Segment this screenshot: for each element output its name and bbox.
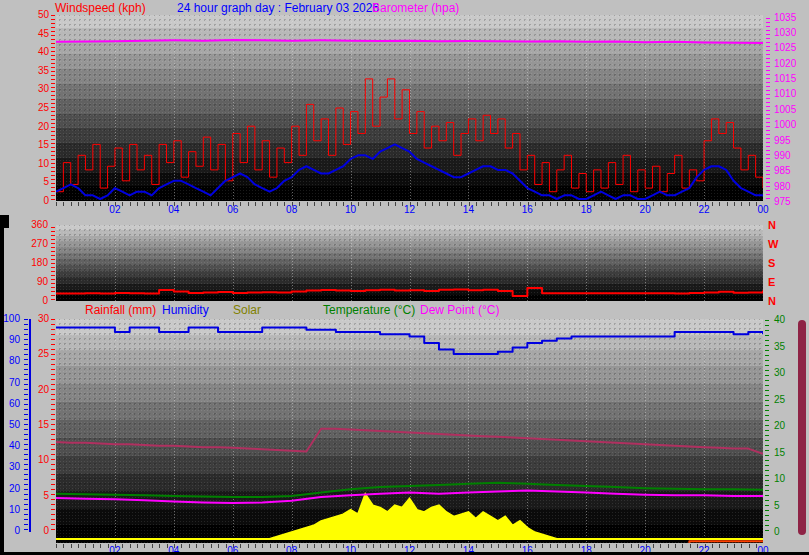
wind-direction-axis-ticks [51,227,55,301]
tick-label: 30 [774,368,794,378]
compass-label: N [768,220,782,231]
windspeed-axis-ticks [51,15,55,201]
legend-temperature: Temperature (°C) [323,303,415,317]
tick-label: 1015 [774,74,804,84]
time-label: 12 [398,205,422,215]
tick-label: 1010 [774,89,804,99]
tick-label: 5 [774,501,794,511]
tick-label: 1020 [774,59,804,69]
time-label: 00 [751,205,775,215]
time-label: 08 [280,205,304,215]
tick-label: 25 [774,395,794,405]
tick-label: 1035 [774,13,804,23]
wind-direction-chart [56,225,763,301]
tick-label: 0 [22,296,48,306]
barometer-axis-title: Barometer (hpa) [372,1,459,15]
tick-label: 0 [774,527,794,537]
legend-humidity: Humidity [162,303,209,317]
time-label: 04 [162,205,186,215]
humidity-axis-line [29,319,31,532]
compass-label: S [768,258,782,269]
tick-label: 1025 [774,43,804,53]
time-label: 16 [515,205,539,215]
tick-label: 15 [24,140,49,150]
tick-label: 180 [22,258,48,268]
rainfall-axis-ticks [51,319,55,532]
tick-label: 985 [774,166,804,176]
tick-label: 25 [24,103,49,113]
tick-label: 25 [32,349,49,359]
tick-label: 1000 [774,120,804,130]
time-label: 14 [456,205,480,215]
time-label: 18 [574,205,598,215]
legend-solar: Solar [233,303,261,317]
tick-label: 35 [774,342,794,352]
tick-label: 1005 [774,105,804,115]
tick-label: 45 [24,29,49,39]
tick-label: 40 [774,315,794,325]
tick-label: 10 [774,474,794,484]
tick-label: 15 [774,448,794,458]
tick-label: 10 [24,159,49,169]
barometer-axis-ticks [766,18,770,202]
tick-label: 10 [32,455,49,465]
temperature-axis-ticks [765,320,769,533]
weather-chart [56,319,763,543]
tick-label: 0 [24,196,49,206]
tick-label: 50 [24,10,49,20]
window-left-border-notch [0,215,9,228]
compass-label: N [768,296,782,307]
tick-label: 30 [24,84,49,94]
tick-label: 15 [32,420,49,430]
compass-label: W [768,239,782,250]
tick-label: 270 [22,239,48,249]
graph-title: 24 hour graph day : February 03 2026 [177,1,379,15]
tick-label: 990 [774,151,804,161]
tick-label: 90 [22,277,48,287]
window-left-border [0,215,4,555]
humidity-axis-ticks [24,319,28,532]
tick-label: 0 [32,526,49,536]
compass-label: E [768,277,782,288]
time-label: 22 [692,205,716,215]
tick-label: 5 [32,491,49,501]
tick-label: 1030 [774,28,804,38]
tick-label: 30 [32,314,49,324]
tick-label: 20 [32,385,49,395]
tick-label: 40 [24,47,49,57]
time-label: 02 [103,205,127,215]
legend-dew-point: Dew Point (°C) [420,303,499,317]
legend-rainfall: Rainfall (mm) [85,303,156,317]
time-label: 10 [339,205,363,215]
windspeed-axis-title: Windspeed (kph) [55,1,146,15]
tick-label: 995 [774,136,804,146]
tick-label: 20 [774,421,794,431]
windspeed-barometer-chart [56,15,763,201]
time-label: 06 [221,205,245,215]
tick-label: 360 [22,220,48,230]
tick-label: 980 [774,182,804,192]
tick-label: 20 [24,122,49,132]
uv-scale-bar [798,320,806,535]
weather-graph-window: Windspeed (kph) 24 hour graph day : Febr… [0,0,809,555]
tick-label: 5 [24,177,49,187]
tick-label: 35 [24,66,49,76]
time-label: 20 [633,205,657,215]
tick-label: 975 [774,197,804,207]
